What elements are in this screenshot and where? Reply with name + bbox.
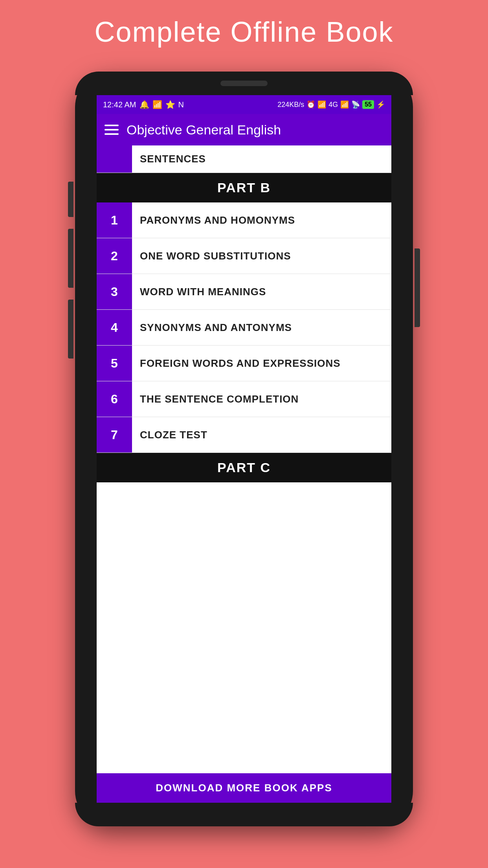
star-icon: ⭐ [165, 100, 175, 109]
signal-icon: 📶 [317, 100, 326, 109]
list-item[interactable]: 7 CLOZE TEST [97, 417, 391, 453]
charging-icon: ⚡ [376, 100, 385, 109]
content-area: SENTENCES PART B 1 PARONYMS AND HOMONYMS… [97, 145, 391, 803]
download-more-button[interactable]: DOWNLOAD MORE BOOK APPS [97, 773, 391, 803]
app-toolbar: Objective General English [97, 114, 391, 145]
notification-icon: 🔔 [139, 100, 149, 109]
item-number-6: 6 [97, 381, 132, 417]
list-item[interactable]: 2 ONE WORD SUBSTITUTIONS [97, 238, 391, 274]
item-label-5: FOREIGN WORDS AND EXPRESSIONS [132, 353, 349, 374]
page-title: Complete Offline Book [94, 16, 393, 48]
phone-top-bar [75, 72, 413, 95]
item-label-3: WORD WITH MEANINGS [132, 281, 274, 303]
list-item[interactable]: 6 THE SENTENCE COMPLETION [97, 381, 391, 417]
item-number-1: 1 [97, 202, 132, 238]
item-label-4: SYNONYMS AND ANTONYMS [132, 317, 300, 338]
item-label-6: THE SENTENCE COMPLETION [132, 388, 306, 410]
side-button-volume-mute[interactable] [68, 182, 73, 217]
item-number-2: 2 [97, 238, 132, 274]
hamburger-menu-button[interactable] [105, 125, 119, 135]
wifi-icon: 📶 [152, 100, 162, 109]
phone-frame: 12:42 AM 🔔 📶 ⭐ N 224KB/s ⏰ 📶 4G 📶 📡 55 ⚡ [75, 72, 413, 826]
item-label-2: ONE WORD SUBSTITUTIONS [132, 245, 299, 267]
wifi2-icon: 📡 [351, 100, 360, 109]
app-title: Objective General English [127, 122, 281, 138]
status-left: 12:42 AM 🔔 📶 ⭐ N [103, 100, 184, 109]
n-icon: N [178, 100, 184, 109]
alarm-icon: ⏰ [306, 100, 315, 109]
partial-sentences-item[interactable]: SENTENCES [97, 145, 391, 173]
status-bar: 12:42 AM 🔔 📶 ⭐ N 224KB/s ⏰ 📶 4G 📶 📡 55 ⚡ [97, 95, 391, 114]
list-item[interactable]: 3 WORD WITH MEANINGS [97, 274, 391, 310]
item-number-4: 4 [97, 310, 132, 345]
item-number-5: 5 [97, 346, 132, 381]
item-label-7: CLOZE TEST [132, 424, 215, 446]
item-number-7: 7 [97, 417, 132, 452]
4g-icon: 4G [328, 101, 338, 109]
phone-speaker [220, 81, 268, 86]
side-button-volume-down[interactable] [68, 300, 73, 359]
list-item[interactable]: 4 SYNONYMS AND ANTONYMS [97, 310, 391, 346]
signal2-icon: 📶 [340, 100, 349, 109]
hamburger-line-3 [105, 133, 119, 135]
list-item[interactable]: 5 FOREIGN WORDS AND EXPRESSIONS [97, 346, 391, 381]
partial-item-number [97, 145, 132, 173]
hamburger-line-1 [105, 125, 119, 126]
battery-indicator: 55 [362, 100, 374, 109]
network-speed: 224KB/s [277, 101, 304, 109]
status-time: 12:42 AM [103, 100, 136, 109]
item-label-1: PARONYMS AND HOMONYMS [132, 210, 303, 231]
hamburger-line-2 [105, 129, 119, 131]
side-button-volume-up[interactable] [68, 229, 73, 288]
side-button-power[interactable] [415, 248, 420, 327]
phone-screen: 12:42 AM 🔔 📶 ⭐ N 224KB/s ⏰ 📶 4G 📶 📡 55 ⚡ [97, 95, 391, 803]
part-b-header: PART B [97, 173, 391, 202]
list-item[interactable]: 1 PARONYMS AND HOMONYMS [97, 202, 391, 238]
phone-bottom-bar [75, 803, 413, 826]
item-number-3: 3 [97, 274, 132, 309]
partial-item-label: SENTENCES [132, 148, 214, 170]
status-right: 224KB/s ⏰ 📶 4G 📶 📡 55 ⚡ [277, 100, 385, 109]
part-c-header: PART C [97, 453, 391, 482]
